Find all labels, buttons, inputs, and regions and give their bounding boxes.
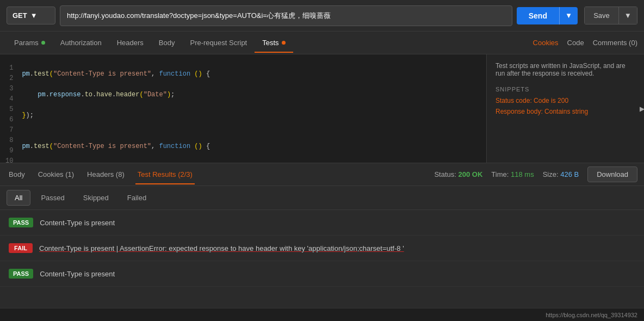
status-label: Status: 200 OK: [434, 170, 482, 178]
pass-badge-1: PASS: [9, 218, 33, 227]
method-dropdown[interactable]: GET ▼: [7, 7, 55, 24]
save-button-group: Save ▼: [584, 7, 637, 24]
send-dropdown-button[interactable]: ▼: [559, 7, 578, 24]
filter-bar: All Passed Skipped Failed: [0, 186, 644, 210]
res-tab-body[interactable]: Body: [7, 165, 27, 184]
tab-tests[interactable]: Tests: [255, 33, 293, 52]
code-editor[interactable]: 12345678910 pm.test("Content-Type is pre…: [0, 54, 486, 163]
tab-headers[interactable]: Headers: [109, 33, 151, 52]
test-message-3: Content-Type is present: [40, 270, 115, 278]
method-label: GET: [13, 11, 27, 20]
save-dropdown-button[interactable]: ▼: [619, 7, 637, 24]
time-label: Time: 118 ms: [491, 170, 534, 178]
test-result-1: PASS Content-Type is present: [0, 210, 644, 236]
top-bar: GET ▼ Send ▼ Save ▼: [0, 0, 644, 32]
save-button[interactable]: Save: [584, 7, 619, 24]
tab-comments[interactable]: Comments (0): [593, 39, 637, 47]
tab-body[interactable]: Body: [151, 33, 183, 52]
send-button[interactable]: Send: [517, 7, 559, 24]
snippets-title: SNIPPETS: [496, 86, 635, 92]
test-message-2: Content-Type is present | AssertionError…: [39, 244, 404, 252]
tab-code[interactable]: Code: [567, 39, 584, 47]
test-message-1: Content-Type is present: [40, 219, 115, 227]
tests-dot: [282, 41, 286, 45]
url-input[interactable]: [60, 5, 512, 26]
pass-badge-3: PASS: [9, 269, 33, 279]
test-result-3: PASS Content-Type is present: [0, 261, 644, 287]
res-tab-headers[interactable]: Headers (8): [85, 165, 127, 184]
method-chevron-icon: ▼: [30, 11, 38, 20]
editor-area: 12345678910 pm.test("Content-Type is pre…: [0, 54, 644, 163]
code-body[interactable]: pm.test("Content-Type is present", funct…: [17, 59, 328, 158]
tab-params[interactable]: Params: [7, 33, 53, 52]
results-tab-bar: Body Cookies (1) Headers (8) Test Result…: [0, 163, 644, 186]
snippet-1[interactable]: Status code: Code is 200: [496, 97, 635, 104]
test-results-list: PASS Content-Type is present FAIL Conten…: [0, 210, 644, 308]
send-button-group: Send ▼: [517, 7, 578, 24]
request-tab-bar: Params Authorization Headers Body Pre-re…: [0, 32, 644, 54]
tab-cookies[interactable]: Cookies: [533, 39, 559, 47]
right-panel: Test scripts are written in JavaScript, …: [486, 54, 644, 163]
response-meta: Status: 200 OK Time: 118 ms Size: 426 B …: [434, 166, 637, 182]
size-value: 426 B: [560, 170, 579, 178]
filter-passed-button[interactable]: Passed: [33, 190, 72, 206]
filter-failed-button[interactable]: Failed: [119, 190, 154, 206]
line-numbers: 12345678910: [0, 59, 17, 158]
test-result-2: FAIL Content-Type is present | Assertion…: [0, 236, 644, 261]
download-button[interactable]: Download: [587, 166, 637, 182]
time-value: 118 ms: [511, 170, 534, 178]
tab-prerequest[interactable]: Pre-request Script: [182, 33, 255, 52]
filter-all-button[interactable]: All: [7, 190, 30, 206]
bottom-status-bar: https://blog.csdn.net/qq_39314932: [0, 308, 644, 321]
params-dot: [41, 41, 45, 45]
res-tab-cookies[interactable]: Cookies (1): [36, 165, 76, 184]
res-tab-testresults[interactable]: Test Results (2/3): [135, 165, 195, 184]
tab-authorization[interactable]: Authorization: [53, 33, 109, 52]
size-label: Size: 426 B: [543, 170, 579, 178]
snippet-2[interactable]: Response body: Contains string: [496, 108, 635, 115]
panel-description: Test scripts are written in JavaScript, …: [496, 62, 635, 77]
right-tabs: Cookies Code Comments (0): [533, 39, 637, 47]
panel-arrow-icon[interactable]: ▶: [640, 105, 644, 113]
blog-url: https://blog.csdn.net/qq_39314932: [546, 312, 637, 318]
status-value: 200 OK: [459, 170, 483, 178]
fail-badge-2: FAIL: [9, 243, 33, 253]
filter-skipped-button[interactable]: Skipped: [75, 190, 117, 206]
